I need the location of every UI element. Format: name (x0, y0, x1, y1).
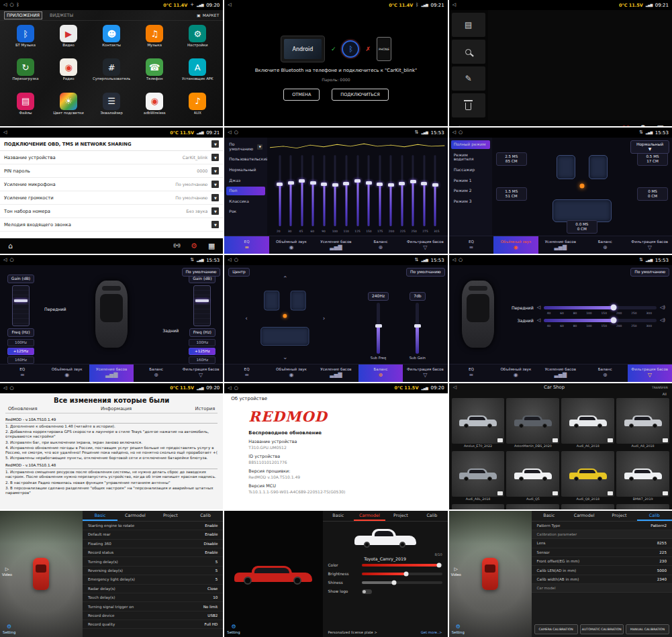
front-filter-slider[interactable] (544, 306, 657, 309)
app-shortcut[interactable]: # Суперпользователь (91, 58, 132, 91)
freq-option[interactable]: +125Hz (189, 348, 215, 355)
seat-front-left[interactable] (265, 291, 280, 311)
seat-front-right[interactable] (291, 291, 306, 311)
slider-knob[interactable] (391, 581, 396, 585)
car-card[interactable]: Audi_A8L_2018 (452, 451, 505, 502)
audio-tab[interactable]: Баланс⊕ (583, 236, 627, 254)
tab-widgets[interactable]: ВИДЖЕТЫ (48, 12, 75, 19)
audio-tab[interactable]: EQ≡ (0, 364, 44, 382)
camera-setting-row[interactable]: Floating 360 Disable (83, 540, 223, 548)
car-card[interactable] (506, 504, 559, 509)
shiness-slider[interactable] (362, 581, 442, 584)
eq-slider-knob[interactable] (421, 182, 427, 185)
camera-setting-row[interactable]: Turning signal trigger on No limit (83, 602, 223, 611)
eq-slider[interactable] (410, 154, 417, 228)
eq-slider[interactable] (298, 154, 305, 228)
eq-slider[interactable] (432, 154, 439, 228)
eq-slider-knob[interactable] (310, 181, 316, 185)
freq-option[interactable]: 100Hz (7, 339, 34, 346)
audio-tab[interactable]: Усиление басов▃▅▇ (538, 236, 583, 254)
app-shortcut[interactable]: A Установщик APK (177, 58, 218, 91)
setting-button[interactable]: ⚙Setting (3, 624, 15, 634)
audio-tab[interactable]: Усиление басов▃▅▇ (314, 364, 358, 382)
eq-slider-knob[interactable] (354, 179, 361, 183)
arrow-up-icon[interactable]: ⌃ (283, 276, 288, 282)
audio-tab[interactable]: Баланс⊕ (134, 364, 178, 382)
back-icon[interactable]: ◁ (452, 3, 456, 7)
audio-tab[interactable]: Объёмный звук◉ (493, 364, 538, 382)
show-logo-toggle[interactable] (362, 589, 372, 594)
camera-tab[interactable]: Calib (416, 511, 448, 521)
preset-dropdown[interactable]: Нормальный ▼ (630, 140, 669, 154)
ota-label[interactable]: Беспроводное обновление (248, 430, 440, 436)
arrow-down-icon[interactable]: ⌄ (283, 354, 288, 360)
dropdown-icon[interactable]: ▼ (211, 207, 219, 215)
home-icon[interactable]: ○ (9, 258, 13, 262)
eq-slider-knob[interactable] (332, 183, 338, 187)
brush-button[interactable]: ✎ (452, 66, 485, 91)
slider-knob[interactable] (403, 572, 408, 577)
preset-item[interactable]: Рок (226, 207, 265, 216)
calibration-button[interactable]: CAMERA CALIBRATION (534, 624, 578, 634)
camera-tab[interactable]: Carmodel (354, 511, 385, 521)
eq-slider[interactable] (365, 154, 373, 228)
eq-slider[interactable] (321, 154, 328, 228)
camera-tab[interactable]: Project (153, 511, 188, 521)
back-icon[interactable]: ◁ (228, 3, 231, 7)
back-icon[interactable]: ◁ (3, 258, 7, 262)
camera-setting-row[interactable]: Touch delay(s) 10 (83, 593, 223, 602)
settings-gear-icon[interactable]: ⚙ (191, 242, 197, 250)
app-shortcut[interactable]: ☎ Телефон (134, 58, 175, 91)
home-icon[interactable]: ○ (459, 130, 463, 135)
audio-tab[interactable]: EQ≡ (224, 236, 269, 254)
apps-grid-icon[interactable]: ▦ (208, 242, 215, 250)
app-shortcut[interactable]: ☀ Цвет подсветки (48, 93, 89, 125)
home-icon[interactable]: ○ (234, 258, 238, 262)
home-icon[interactable]: ○ (9, 3, 13, 7)
mode-item[interactable]: Режим водителя (451, 151, 490, 164)
mode-item[interactable]: Режим 2 (451, 187, 490, 195)
search-button[interactable] (452, 40, 485, 64)
eq-slider-knob[interactable] (343, 182, 349, 185)
eq-slider[interactable] (421, 154, 428, 228)
audio-tab[interactable]: Усиление басов▃▅▇ (314, 236, 358, 254)
card-action-button[interactable] (497, 491, 503, 495)
card-action-button[interactable] (553, 438, 558, 442)
camera-setting-row[interactable]: Emergency light delay(s) 5 (83, 575, 223, 584)
get-more-link[interactable]: Get more..> (421, 630, 442, 634)
settings-row[interactable]: PIN пароль 0000 ▼ (0, 164, 223, 178)
app-shortcut[interactable]: ◉ adbWireless (134, 93, 175, 125)
tab-history[interactable]: История (195, 406, 215, 411)
rear-filter-slider[interactable] (544, 319, 657, 322)
fader-knob[interactable] (14, 299, 28, 302)
slider-knob[interactable] (414, 324, 421, 328)
audio-tab[interactable]: Объёмный звук◉ (269, 236, 314, 254)
freq-option[interactable]: 160Hz (7, 356, 34, 364)
card-action-button[interactable] (608, 491, 613, 495)
card-action-button[interactable] (497, 438, 503, 442)
card-action-button[interactable] (663, 438, 668, 442)
tab-information[interactable]: Информация (101, 406, 132, 411)
reset-default-button[interactable]: По умолчанию (630, 268, 669, 277)
calibration-button[interactable]: MANUAL CALIBRATION (626, 624, 669, 634)
settings-row[interactable]: Название устройства CarKit_blink ▼ (0, 151, 223, 164)
audio-tab[interactable]: Фильтрация басов▽ (403, 364, 447, 382)
camera-tab[interactable]: Calib (188, 511, 223, 521)
camera-tab[interactable]: Calib (637, 511, 672, 521)
reset-default-button[interactable]: По умолчанию (182, 268, 221, 277)
dropdown-icon[interactable]: ▼ (211, 167, 219, 175)
slider-knob[interactable] (611, 317, 617, 324)
arrow-left-icon[interactable]: ‹ (245, 315, 248, 322)
balance-position-dot[interactable] (283, 314, 287, 318)
eq-slider-knob[interactable] (388, 183, 394, 187)
audio-tab[interactable]: Объёмный звук◉ (493, 236, 538, 254)
video-button[interactable]: ▷Video (451, 567, 461, 577)
filter-all[interactable]: All (449, 392, 672, 397)
audio-tab[interactable]: Баланс⊕ (358, 364, 403, 382)
calibration-row[interactable]: Lens 8255 (532, 539, 672, 548)
transfer-label[interactable]: TRANSFER (652, 386, 668, 389)
freq-option[interactable]: 160Hz (189, 356, 215, 364)
eq-slider[interactable] (287, 154, 295, 228)
car-card[interactable]: Aeolus_E70_2022 (452, 398, 505, 449)
mode-item[interactable]: Пассажир (451, 166, 490, 175)
